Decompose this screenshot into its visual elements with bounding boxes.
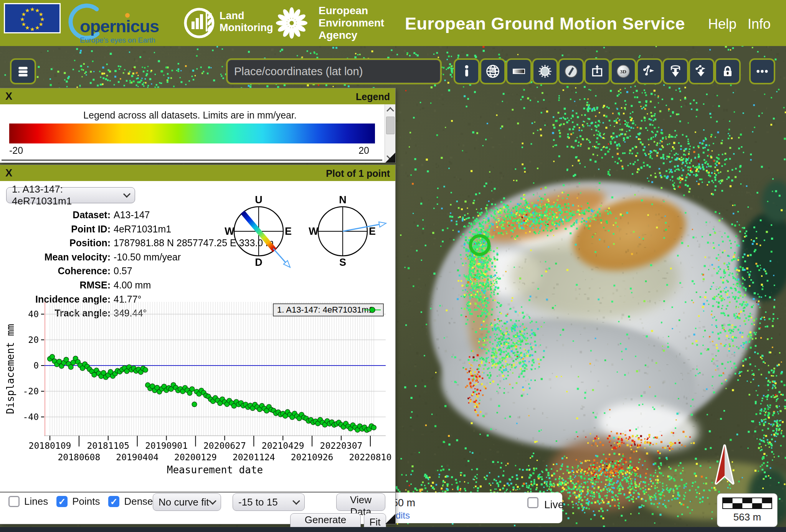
x-tick-label: 20180109 (29, 441, 71, 451)
brightness-button[interactable] (532, 58, 558, 84)
x-tick-label: 20210429 (262, 441, 304, 451)
measure-path-button[interactable] (636, 58, 662, 84)
detail-value: A13-147 (114, 208, 274, 222)
svg-text:★: ★ (30, 26, 35, 32)
data-point (192, 402, 197, 407)
y-tick-label: 0 (33, 361, 39, 371)
x-tick-label: 20210926 (291, 452, 334, 462)
download-selection-button[interactable] (689, 58, 715, 84)
eu-flag: ★★★ ★★★ ★★★ ★★★ (4, 3, 61, 33)
live-checkbox[interactable]: ✓ (527, 497, 538, 508)
legend-close-button[interactable]: X (5, 91, 12, 102)
horiz-compass-north: N (339, 194, 347, 206)
map-scale-bar: 563 m (717, 493, 778, 527)
nav-info[interactable]: Info (748, 16, 771, 32)
globe-grid-icon (485, 64, 500, 79)
detail-value: -10.50 mm/year (114, 250, 274, 264)
points-checkbox[interactable]: ✓ (56, 496, 68, 507)
altitude-readout: 50 m (392, 497, 415, 509)
export-view-button[interactable] (584, 58, 610, 84)
x-tick-label: 20200129 (174, 452, 217, 462)
legend-description: Legend across all datasets. Limits are i… (0, 110, 380, 121)
chevron-down-icon (123, 190, 130, 198)
legend-panel-header[interactable]: X Legend (0, 88, 395, 104)
x-tick-label: 20201124 (233, 452, 275, 462)
land-monitoring-icon (183, 6, 217, 40)
lines-label: Lines (24, 496, 48, 507)
x-tick-label: 20190404 (116, 452, 159, 462)
search-field-wrapper (226, 58, 442, 84)
x-axis-title: Measurement date (167, 464, 263, 476)
legend-resize-grip[interactable] (385, 153, 395, 163)
projection-button[interactable] (480, 58, 506, 84)
legend-panel: X Legend Legend across all datasets. Lim… (0, 88, 395, 163)
lock-button[interactable] (715, 58, 741, 84)
detail-label: Position: (0, 236, 111, 250)
bottom-edge-bar (0, 527, 786, 532)
app-header: ★★★ ★★★ ★★★ ★★★ opernicus Europe's eyes … (0, 0, 786, 46)
points-label: Points (72, 496, 100, 507)
download-data-button[interactable] (662, 58, 689, 84)
legend-toggle-button[interactable] (506, 58, 532, 84)
legend-range-labels: -20 20 (9, 145, 369, 156)
y-axis-title: Displacement mm (5, 324, 16, 414)
plot-panel: X Plot of 1 point 1. A13-147: 4eR71031m1… (0, 165, 395, 524)
detail-value: 1787981.88 N 2857747.25 E 333.0 m (114, 236, 274, 250)
svg-text:★: ★ (35, 25, 40, 31)
horiz-compass-south: S (339, 257, 346, 268)
y-tick-label: 20 (28, 335, 39, 345)
detail-value: 4.00 mm (114, 278, 274, 292)
north-compass-needle[interactable] (712, 443, 737, 493)
3d-view-button[interactable]: 3D (610, 58, 636, 84)
data-point (190, 387, 195, 392)
export-square-icon (590, 64, 605, 79)
hamburger-icon (15, 64, 31, 79)
legend-color-scale (9, 124, 375, 143)
gradient-bar-icon (511, 64, 527, 79)
curve-fit-value: No curve fit (159, 496, 209, 508)
chevron-down-icon (292, 497, 300, 505)
svg-text:3D: 3D (620, 69, 626, 74)
info-button[interactable] (454, 58, 480, 84)
eea-flower-icon (273, 4, 310, 42)
x-tick-label: 20200627 (203, 441, 246, 451)
lines-checkbox[interactable]: ✓ (8, 496, 20, 507)
range-value: -15 to 15 (238, 496, 278, 508)
menu-button[interactable] (10, 58, 36, 84)
range-select[interactable]: -15 to 15 (233, 493, 305, 511)
scrollbar-thumb[interactable] (386, 117, 395, 134)
chart-legend-marker (370, 307, 375, 313)
plot-panel-title: Plot of 1 point (326, 168, 390, 179)
horiz-compass-west: W (309, 226, 319, 237)
more-options-button[interactable] (749, 58, 775, 84)
data-point (143, 367, 148, 372)
plot-resize-grip[interactable] (385, 514, 395, 524)
svg-text:★: ★ (30, 6, 35, 12)
los-compass-up: U (255, 194, 263, 206)
data-point (68, 365, 73, 370)
data-point (57, 359, 62, 364)
horiz-compass-east: E (369, 226, 376, 237)
plot-close-button[interactable]: X (5, 167, 12, 179)
compass-button[interactable] (558, 58, 584, 84)
sun-icon (537, 64, 553, 79)
view-data-button[interactable]: View Data (336, 493, 385, 511)
nav-help[interactable]: Help (708, 16, 736, 32)
legend-horizontal-scrollbar[interactable] (2, 160, 382, 161)
chevron-up-icon (386, 107, 394, 115)
plot-panel-header[interactable]: X Plot of 1 point (0, 165, 395, 181)
scale-checker-icon (722, 497, 772, 509)
point-selector-dropdown[interactable]: 1. A13-147: 4eR71031m1 (6, 187, 135, 203)
land-monitoring-label: Land Monitoring (220, 10, 273, 34)
selected-point-marker (469, 234, 490, 256)
point-selector-value: 1. A13-147: 4eR71031m1 (12, 183, 119, 207)
info-icon (459, 64, 474, 79)
detail-label: Point ID: (0, 222, 111, 236)
svg-text:★: ★ (25, 7, 30, 13)
detail-label: Dataset: (0, 208, 111, 222)
search-input[interactable] (228, 60, 440, 83)
curve-fit-select[interactable]: No curve fit (153, 493, 221, 511)
scroll-up-button[interactable] (385, 104, 395, 115)
horizontal-compass: N S W E (304, 186, 408, 277)
dense-grid-checkbox[interactable]: ✓ (108, 496, 119, 507)
